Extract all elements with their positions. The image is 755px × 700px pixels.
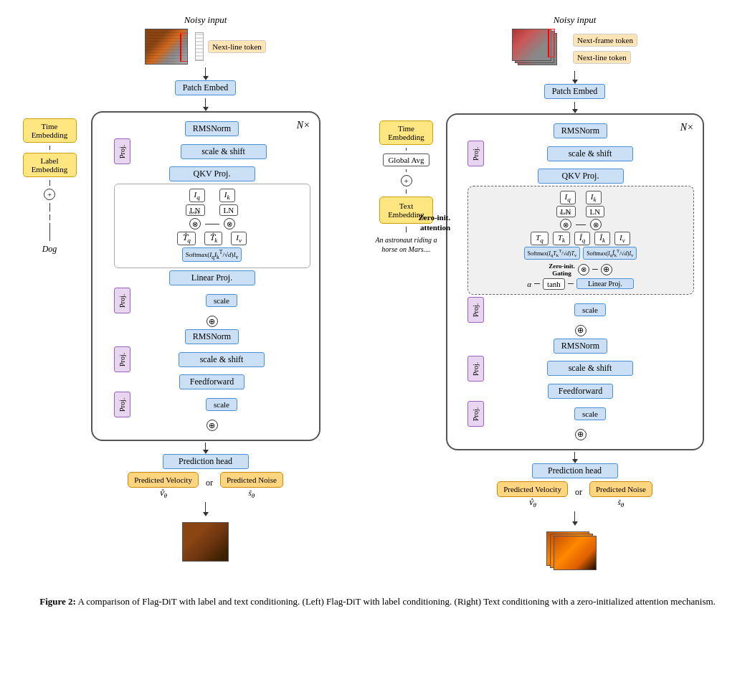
right-scale-shift-1: scale & shift xyxy=(547,146,633,161)
left-proj-3: Proj. xyxy=(114,346,130,372)
left-embeddings: Time Embedding Label Embedding + xyxy=(23,118,77,255)
right-tanh: tanh xyxy=(543,278,565,290)
left-scale-2: scale xyxy=(206,398,237,411)
right-ln-k: LN xyxy=(586,206,605,217)
right-plus-gating: ⊕ xyxy=(601,264,612,275)
left-rmsnorm-2: RMSNorm xyxy=(185,329,239,344)
left-qkv-proj: QKV Proj. xyxy=(169,166,255,181)
time-embedding-left: Time Embedding xyxy=(23,118,77,143)
right-feedforward: Feedforward xyxy=(548,384,613,399)
left-proj-1: Proj. xyxy=(114,138,130,164)
right-diagram: Noisy input Next-frame token Next-line t… xyxy=(374,14,733,574)
figure-caption: Figure 2: A comparison of Flag-DiT with … xyxy=(39,595,716,609)
left-softmax: Softmax(IqIkT/√d)Iv xyxy=(182,247,242,262)
left-rope-label: RoPE xyxy=(189,210,200,216)
left-noisy-image xyxy=(145,29,188,65)
left-proj-4: Proj. xyxy=(114,392,130,417)
right-output-image xyxy=(546,531,604,574)
right-scale-1: scale xyxy=(574,303,606,316)
right-prediction-head: Prediction head xyxy=(532,463,618,478)
right-alpha: α xyxy=(527,280,531,288)
left-output-image xyxy=(182,522,229,562)
right-linear-proj: Linear Proj. xyxy=(576,278,634,289)
left-ik: Ik xyxy=(219,189,235,202)
right-proj-1: Proj. xyxy=(467,141,484,166)
right-patch-embed: Patch Embed xyxy=(544,84,606,99)
right-noisy-area: Next-frame token Next-line token xyxy=(512,29,637,68)
right-softmax-img: Softmax(IqÎkT/√d)Iv xyxy=(583,247,637,259)
left-diagram: Noisy input Next-line token xyxy=(23,14,353,574)
right-tq2: Îq xyxy=(574,232,590,245)
right-ik2: Îk xyxy=(594,232,610,245)
left-nx: N× xyxy=(297,120,310,131)
right-plus-1: ⊕ xyxy=(575,325,587,336)
right-rmsnorm: RMSNorm xyxy=(554,123,607,138)
caption-text: A comparison of Flag-DiT with label and … xyxy=(76,596,716,607)
dog-label: Dog xyxy=(42,244,57,255)
left-proj-2: Proj. xyxy=(114,288,130,313)
left-rope-k: ⊗ xyxy=(224,218,235,230)
right-rmsnorm-2: RMSNorm xyxy=(554,339,607,354)
caption-bold: Figure 2: xyxy=(39,596,76,607)
right-rope-q: ⊗ xyxy=(560,219,571,230)
right-predicted-velocity: Predicted Velocity v̂θ xyxy=(497,481,568,509)
zero-gating-label: Zero-init.Gating xyxy=(549,262,575,277)
left-linear-proj: Linear Proj. xyxy=(169,270,255,285)
left-tq: T̂q xyxy=(177,232,196,245)
left-scale-shift-2: scale & shift xyxy=(179,352,265,367)
right-scale-shift-2: scale & shift xyxy=(547,361,633,376)
left-scale-shift-1: scale & shift xyxy=(181,144,267,159)
right-ik: Ik xyxy=(586,191,602,204)
right-main-block: N× RMSNorm Proj. scale & shift QK xyxy=(446,113,704,450)
right-next-line-token: Next-line token xyxy=(573,51,631,64)
left-predicted-noise: Predicted Noise ŝθ xyxy=(220,472,283,499)
left-iv: Iv xyxy=(231,232,247,245)
right-qkv-proj: QKV Proj. xyxy=(538,169,624,184)
right-noisy-label: Noisy input xyxy=(554,14,597,26)
right-softmax-txt: Softmax(IqTkT/√d)Tv xyxy=(524,247,581,259)
right-zero-init-area: Zero-init.attention Iq Ik xyxy=(467,186,694,295)
left-noisy-area: Next-line token xyxy=(145,29,266,65)
left-next-token: Next-line token xyxy=(208,40,266,53)
left-or: or xyxy=(206,478,213,499)
left-rope-q: ⊗ RoPE xyxy=(189,218,201,230)
right-plus-2: ⊕ xyxy=(575,429,587,440)
left-main-block: N× RMSNorm Proj. scale & shift xyxy=(91,111,320,441)
right-tq: Tq xyxy=(531,232,549,245)
left-rmsnorm: RMSNorm xyxy=(185,121,239,136)
right-predicted-noise: Predicted Noise ŝθ xyxy=(589,481,652,509)
astronaut-text: An astronaut riding a horse on Mars.... xyxy=(374,235,439,254)
time-embedding-right: Time Embedding xyxy=(379,120,433,145)
right-iv: Iv xyxy=(614,232,630,245)
left-feedforward: Feedforward xyxy=(179,374,244,389)
main-container: Noisy input Next-line token xyxy=(14,14,741,608)
left-plus-2: ⊕ xyxy=(206,420,218,431)
global-avg: Global Avg xyxy=(383,153,429,166)
left-predicted-velocity: Predicted Velocity v̂θ xyxy=(128,472,199,499)
right-or: or xyxy=(575,487,582,509)
right-proj-4: Proj. xyxy=(467,401,484,427)
right-plus-embed: + xyxy=(401,175,412,186)
left-patch-embed: Patch Embed xyxy=(175,80,237,95)
left-attention-area: Iq Ik LN LN ⊗ RoPE xyxy=(114,184,310,268)
right-tk: Tk xyxy=(553,232,570,245)
left-prediction-head: Prediction head xyxy=(163,454,249,469)
left-tk: T̂k xyxy=(204,232,222,245)
plus-circle-left: + xyxy=(44,189,55,200)
right-gating-op: ⊗ xyxy=(578,264,589,275)
left-ln-k: LN xyxy=(219,204,239,216)
right-scale-2: scale xyxy=(574,407,606,420)
right-iq: Iq xyxy=(560,191,576,204)
right-proj-2: Proj. xyxy=(467,297,484,323)
left-noisy-label: Noisy input xyxy=(184,14,227,26)
left-plus-1: ⊕ xyxy=(206,316,218,327)
diagrams-row: Noisy input Next-line token xyxy=(14,14,741,574)
right-embeddings: Time Embedding Global Avg + Text Embeddi… xyxy=(374,120,439,254)
label-embedding-left: Label Embedding xyxy=(23,153,77,177)
left-iq: Iq xyxy=(189,189,205,202)
left-scale-1: scale xyxy=(206,294,237,307)
right-proj-3: Proj. xyxy=(467,356,484,382)
right-nx: N× xyxy=(680,122,694,133)
zero-init-label-ext: Zero-init.attention xyxy=(419,212,451,233)
right-noisy-image-stack xyxy=(512,29,566,68)
